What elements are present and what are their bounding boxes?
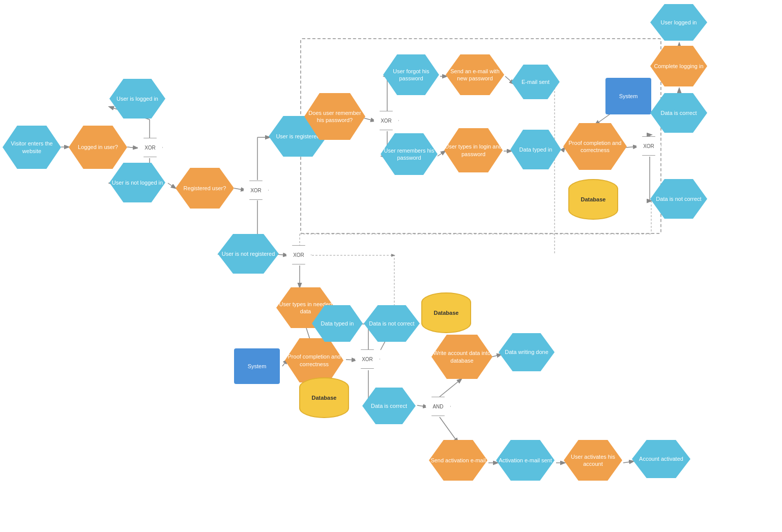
email-sent-node: E-mail sent	[511, 65, 560, 99]
user-forgot-node: User forgot his password	[383, 54, 439, 95]
registered-user-node: Registered user?	[176, 168, 234, 209]
send-activation-node: Send activation e-mail	[429, 440, 487, 481]
data-writing-done-node: Data writing done	[499, 333, 555, 371]
database-reg2-node: Database	[299, 377, 349, 418]
database-reg-node: Database	[421, 292, 471, 333]
user-is-not-registered-node: User is not registered	[218, 234, 279, 274]
send-email-new-node: Send an e-mail with new password	[446, 54, 504, 95]
system-reg-node: System	[234, 348, 280, 384]
user-types-login-node: User types in login and password	[444, 128, 503, 172]
xor5-node: XOR	[373, 111, 399, 130]
data-is-correct-reg-node: Data is correct	[362, 388, 416, 424]
svg-line-16	[346, 360, 356, 360]
activation-sent-node: Activation e-mail sent	[496, 440, 555, 481]
user-logged-in-node: User logged in	[650, 4, 707, 41]
data-correct-login-node: Data is correct	[650, 93, 707, 133]
user-is-not-logged-in-node: User is not logged in	[109, 163, 165, 202]
user-remembers-node: User remembers his password	[381, 133, 438, 175]
write-account-node: Write account data into database	[431, 335, 493, 379]
svg-line-28	[623, 461, 633, 463]
xor2-node: XOR	[243, 181, 269, 200]
svg-line-37	[438, 151, 445, 156]
xor3-node: XOR	[286, 245, 311, 264]
data-not-correct-reg-node: Data is not correct	[364, 305, 420, 342]
database-login-node: Database	[568, 179, 618, 220]
proof-login-node: Proof completion and correctness	[563, 123, 627, 170]
diagram-container: Visitor enters the website Logged in use…	[0, 0, 782, 532]
user-activates-node: User activates his account	[564, 440, 622, 481]
data-typed-login-node: Data typed in	[510, 130, 561, 169]
svg-line-23	[440, 379, 461, 397]
proof-reg-node: Proof completion and correctness	[285, 338, 343, 382]
svg-line-40	[626, 146, 638, 147]
svg-line-6	[168, 183, 176, 188]
xor1-node: XOR	[137, 138, 163, 157]
user-is-logged-in-node: User is logged in	[109, 79, 165, 119]
and1-node: AND	[425, 397, 451, 416]
svg-line-24	[440, 417, 458, 442]
xor4-node: XOR	[355, 349, 380, 369]
complete-logging-node: Complete logging in	[650, 46, 707, 86]
logged-in-user-node: Logged in user?	[69, 126, 127, 169]
svg-line-25	[491, 354, 501, 357]
xor6-node: XOR	[636, 136, 661, 156]
data-not-correct-login-node: Data is not correct	[650, 179, 707, 219]
svg-line-1	[127, 147, 137, 148]
account-activated-node: Account activated	[632, 440, 690, 478]
visitor-node: Visitor enters the website	[3, 126, 61, 169]
system-login-node: System	[605, 78, 651, 114]
svg-line-30	[364, 118, 375, 121]
